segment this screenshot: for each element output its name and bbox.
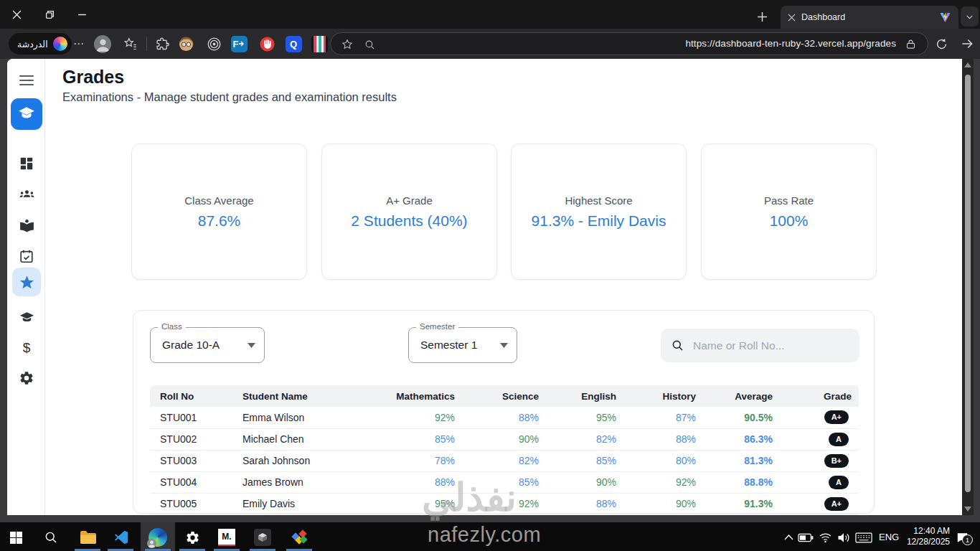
table-row: STU003 Sarah Johnson 78% 82% 85% 80% 81.… [150, 450, 859, 471]
volume-icon [837, 532, 851, 544]
lock-icon[interactable] [905, 38, 917, 50]
file-explorer-button[interactable] [79, 528, 98, 547]
clock-date: 12/28/2025 [907, 537, 950, 547]
browser-titlebar: Dashboard [0, 0, 980, 29]
menu-toggle-button[interactable] [19, 75, 34, 85]
settings-app-button[interactable] [183, 528, 202, 547]
sidebar-item-exams[interactable] [12, 303, 41, 332]
vscode-button[interactable] [112, 528, 131, 547]
extensions-button[interactable] [154, 35, 171, 52]
sidebar-item-students[interactable] [12, 180, 41, 209]
semester-select-value: Semester 1 [420, 339, 477, 352]
class-select[interactable]: Class Grade 10-A [150, 327, 265, 363]
forward-button[interactable] [958, 35, 976, 52]
volume-button[interactable] [834, 528, 853, 547]
student-search[interactable] [661, 329, 859, 362]
col-student-name: Student Name [232, 385, 382, 407]
bookmark-star-icon[interactable] [341, 38, 354, 51]
extension-face-button[interactable] [177, 35, 194, 52]
extension-stripes-button[interactable] [311, 35, 328, 52]
chevron-up-icon [784, 534, 793, 540]
refresh-button[interactable] [933, 35, 950, 52]
toolbar-more-button[interactable]: ⋯ [70, 35, 88, 52]
close-icon [12, 10, 22, 19]
merge-app-button[interactable] [290, 528, 308, 547]
window-restore-button[interactable] [39, 4, 60, 24]
window-minimize-button[interactable] [71, 4, 93, 24]
language-indicator[interactable]: ENG [879, 532, 899, 542]
tab-actions-button[interactable] [961, 6, 979, 27]
semester-select-label: Semester [416, 322, 458, 331]
toolbar-divider [146, 37, 147, 51]
wifi-button[interactable] [816, 528, 834, 547]
scrollbar-thumb[interactable] [965, 75, 971, 492]
semester-select[interactable]: Semester Semester 1 [408, 327, 517, 363]
browser-tab-dashboard[interactable]: Dashboard [781, 6, 958, 29]
address-bar[interactable]: https://dashboard-ten-ruby-32.vercel.app… [330, 32, 928, 55]
roll-no: STU001 [150, 407, 232, 428]
tab-close-icon[interactable] [788, 14, 796, 22]
touch-keyboard-button[interactable] [854, 528, 873, 547]
sidebar-item-library[interactable] [12, 211, 41, 240]
sidebar-item-settings[interactable] [12, 364, 41, 392]
student-name: Michael Chen [232, 428, 382, 450]
extension-q-button[interactable]: Q [285, 35, 302, 52]
web-content: $ Grades Examinations - Manage student g… [7, 59, 962, 515]
col-history: History [623, 385, 703, 407]
url-text[interactable]: https://dashboard-ten-ruby-32.vercel.app… [685, 38, 896, 49]
extension-target-button[interactable] [205, 35, 222, 52]
copilot-chat-button[interactable]: الدردشة [9, 33, 72, 55]
grade-cell: A [780, 471, 859, 493]
window-close-button[interactable] [6, 4, 27, 24]
keyboard-icon [855, 532, 872, 543]
watermark-domain: nafezly.com [428, 523, 541, 547]
roll-no: STU002 [150, 428, 232, 450]
action-center-button[interactable]: 1 [953, 528, 971, 547]
q-app-icon: Q [286, 36, 302, 52]
stat-card-class-average: Class Average 87.6% [131, 143, 307, 280]
page-title: Grades [62, 67, 124, 88]
start-button[interactable] [6, 528, 25, 547]
taskbar-search-button[interactable] [42, 528, 60, 547]
student-name: Sarah Johnson [232, 450, 382, 471]
edge-browser-button[interactable] [149, 528, 167, 547]
page-scrollbar[interactable] [962, 59, 974, 515]
favorites-button[interactable] [121, 35, 138, 52]
search-input[interactable] [693, 339, 837, 352]
grade-badge: A [829, 433, 849, 446]
search-icon[interactable] [364, 39, 376, 51]
tray-expand-button[interactable] [779, 528, 798, 547]
class-select-label: Class [158, 322, 186, 331]
grade-badge: A [829, 476, 849, 489]
scroll-down-icon[interactable] [964, 507, 971, 512]
col-science: Science [462, 385, 546, 407]
col-roll-no: Roll No [150, 385, 232, 407]
score-cell: 82% [462, 450, 546, 471]
sidebar-item-dashboard[interactable] [12, 149, 41, 178]
sidebar-item-grades[interactable] [12, 268, 41, 296]
grade-cell: A+ [780, 493, 859, 514]
student-name: James Brown [232, 471, 382, 493]
star-icon [19, 274, 35, 291]
stat-label: Class Average [184, 194, 253, 207]
scroll-up-icon[interactable] [964, 62, 971, 67]
profile-button[interactable] [94, 35, 111, 52]
graduation-cap-outline-icon [19, 310, 35, 326]
stat-label: Highest Score [565, 194, 632, 207]
extension-blocker-button[interactable] [258, 35, 275, 52]
table-row: STU002 Michael Chen 85% 90% 82% 88% 86.3… [150, 428, 859, 450]
grade-cell: A+ [780, 407, 859, 428]
cube-app-button[interactable] [253, 528, 272, 547]
battery-button[interactable] [796, 528, 815, 547]
score-cell: 78% [382, 450, 462, 471]
new-tab-button[interactable] [753, 7, 771, 26]
sidebar-item-fees[interactable]: $ [12, 334, 41, 362]
windows-icon [10, 532, 22, 544]
app-logo[interactable] [11, 98, 42, 130]
taskbar-clock[interactable]: 12:40 AM 12/28/2025 [907, 526, 950, 547]
m-app-button[interactable]: M. [217, 528, 236, 547]
score-cell: 92% [382, 407, 462, 428]
sidebar-item-attendance[interactable] [12, 242, 41, 270]
search-icon [44, 530, 58, 545]
extension-f-button[interactable]: F [230, 35, 248, 52]
